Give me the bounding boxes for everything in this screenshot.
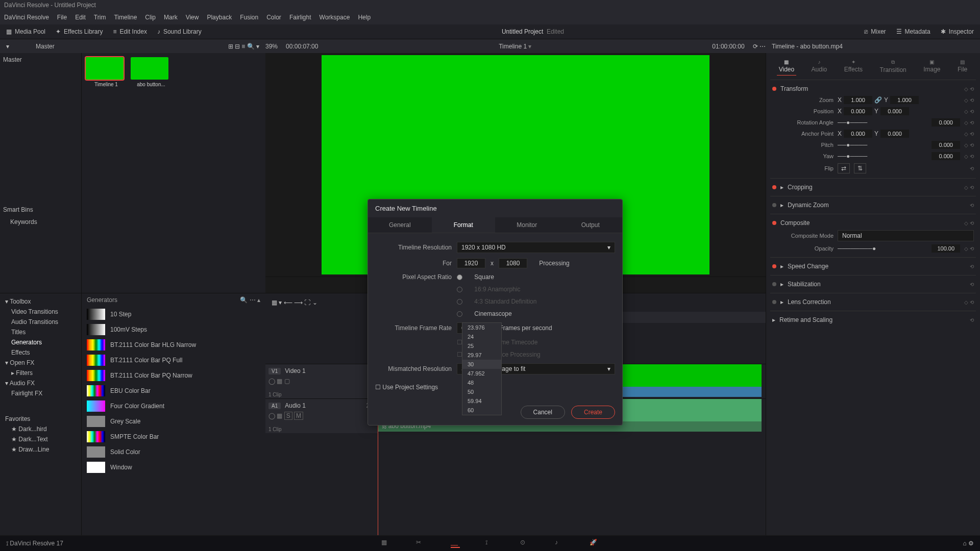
pos-y[interactable] [880, 107, 909, 115]
gen-bt2111-hlg[interactable]: BT.2111 Color Bar HLG Narrow [82, 337, 265, 353]
gen-bt2111-pqnarrow[interactable]: BT.2111 Color Bar PQ Narrow [82, 368, 265, 383]
bins-dropdown[interactable]: ▾ [6, 43, 9, 50]
menu-fusion[interactable]: Fusion [240, 14, 258, 21]
fx-filters[interactable]: ▸ Filters [3, 368, 78, 378]
rotation[interactable] [932, 118, 960, 127]
gen-smpte[interactable]: SMPTE Color Bar [82, 429, 265, 444]
insp-tab-transition[interactable]: ⧉Transition [878, 57, 909, 76]
page-cut[interactable]: ✂ [416, 539, 425, 548]
insp-tab-file[interactable]: ▤File [955, 57, 969, 76]
sec-retime[interactable]: ▸ Retime and Scaling⟲ [772, 314, 974, 325]
sec-cropping[interactable]: ▸ Cropping◇ ⟲ [772, 182, 974, 193]
bin-master[interactable]: Master [3, 56, 78, 63]
insp-tab-image[interactable]: ▣Image [921, 57, 942, 76]
fps-60[interactable]: 60 [462, 406, 501, 415]
zoom-x[interactable] [844, 96, 872, 104]
menu-trim[interactable]: Trim [94, 14, 106, 21]
flip-v[interactable]: ⇅ [854, 163, 866, 173]
gen-window[interactable]: Window [82, 460, 265, 475]
sound-library-toggle[interactable]: ♪Sound Library [157, 28, 202, 35]
media-pool-toggle[interactable]: ▦Media Pool [6, 28, 45, 35]
page-color[interactable]: ⊙ [520, 539, 529, 548]
sec-transform[interactable]: Transform◇ ⟲ [772, 83, 974, 94]
menu-davinci[interactable]: DaVinci Resolve [4, 14, 49, 21]
sec-dynamiczoom[interactable]: ▸ Dynamic Zoom⟲ [772, 199, 974, 211]
fx-favorites[interactable]: Favorites [3, 414, 78, 424]
use-project-settings[interactable]: ☐ Use Project Settings [375, 384, 438, 391]
page-edit[interactable]: ⎯⎯ [451, 539, 460, 548]
menu-view[interactable]: View [186, 14, 199, 21]
gen-ebu[interactable]: EBU Color Bar [82, 383, 265, 398]
par-cinemascope[interactable] [457, 311, 462, 317]
fx-fav-3[interactable]: ★ Draw...Line [3, 444, 78, 455]
fps-29-97[interactable]: 29.97 [462, 350, 501, 360]
fps-48[interactable]: 48 [462, 378, 501, 387]
dlg-tab-output[interactable]: Output [559, 217, 623, 233]
menu-fairlight[interactable]: Fairlight [289, 14, 311, 21]
gen-fourcolor[interactable]: Four Color Gradient [82, 398, 265, 414]
metadata-toggle[interactable]: ☰Metadata [896, 28, 930, 35]
clip-abo-button[interactable]: abo button... [131, 57, 172, 87]
page-media[interactable]: ▦ [381, 539, 390, 548]
smart-bin-keywords[interactable]: Keywords [3, 218, 78, 226]
dlg-tab-monitor[interactable]: Monitor [495, 217, 559, 233]
menu-file[interactable]: File [57, 14, 67, 21]
fx-audiofx[interactable]: ▾ Audio FX [3, 378, 78, 388]
fx-fav-1[interactable]: ★ Dark...hird [3, 424, 78, 434]
zoom-level[interactable]: 39% [265, 43, 278, 50]
create-button[interactable]: Create [571, 406, 615, 419]
menu-playback[interactable]: Playback [207, 14, 232, 21]
par-square[interactable] [457, 274, 462, 280]
sec-speed[interactable]: ▸ Speed Change⟲ [772, 261, 974, 272]
fps-50[interactable]: 50 [462, 387, 501, 396]
anchor-y[interactable] [880, 130, 909, 138]
gen-greyscale[interactable]: Grey Scale [82, 414, 265, 429]
pos-x[interactable] [844, 107, 872, 115]
menu-color[interactable]: Color [266, 14, 281, 21]
fx-fairlightfx[interactable]: Fairlight FX [3, 388, 78, 398]
opacity[interactable] [932, 244, 960, 253]
page-fairlight[interactable]: ♪ [555, 539, 564, 548]
fps-24[interactable]: 24 [462, 332, 501, 341]
gen-10step[interactable]: 10 Step [82, 307, 265, 322]
tl-tools[interactable]: ▦ ▾ ⟵ ⟶ ⛶ ⌄ [272, 299, 317, 306]
timeline-name[interactable]: Timeline 1 [499, 43, 527, 50]
fps-25[interactable]: 25 [462, 341, 501, 350]
zoom-y[interactable] [890, 96, 919, 104]
inspector-toggle[interactable]: ✱Inspector [941, 28, 974, 35]
fx-openfx[interactable]: ▾ Open FX [3, 358, 78, 368]
insp-tab-audio[interactable]: ♪Audio [810, 57, 829, 76]
res-width[interactable] [457, 258, 485, 268]
fx-titles[interactable]: Titles [3, 327, 78, 337]
cancel-button[interactable]: Cancel [521, 406, 565, 419]
fps-59-94[interactable]: 59.94 [462, 396, 501, 406]
fps-23-976[interactable]: 23.976 [462, 323, 501, 332]
mixer-toggle[interactable]: ⎚Mixer [864, 28, 886, 35]
fps-47-952[interactable]: 47.952 [462, 369, 501, 378]
page-fusion[interactable]: ⟟ [485, 539, 495, 548]
par-anamorphic[interactable] [457, 287, 462, 292]
flip-h[interactable]: ⇄ [838, 163, 850, 173]
gen-bt2111-pqfull[interactable]: BT.2111 Color Bar PQ Full [82, 353, 265, 368]
composite-mode[interactable]: Normal [838, 230, 974, 241]
insp-tab-video[interactable]: ▦Video [777, 57, 796, 76]
fx-video-transitions[interactable]: Video Transitions [3, 307, 78, 317]
smart-bins-header[interactable]: Smart Bins [3, 206, 78, 213]
dlg-tab-format[interactable]: Format [432, 217, 496, 233]
effects-library-toggle[interactable]: ✦Effects Library [56, 28, 103, 35]
pitch[interactable] [932, 141, 960, 149]
fx-fav-2[interactable]: ★ Dark...Text [3, 434, 78, 444]
sec-lens[interactable]: ▸ Lens Correction◇ ⟲ [772, 296, 974, 308]
timeline-resolution[interactable]: 980 x 551 HD▾ [457, 242, 615, 253]
menu-mark[interactable]: Mark [164, 14, 178, 21]
menu-clip[interactable]: Clip [145, 14, 156, 21]
fx-effects[interactable]: Effects [3, 347, 78, 358]
edit-index-toggle[interactable]: ≡Edit Index [113, 28, 147, 35]
menu-edit[interactable]: Edit [75, 14, 86, 21]
gen-solid[interactable]: Solid Color [82, 444, 265, 460]
sec-stabilization[interactable]: ▸ Stabilization⟲ [772, 279, 974, 290]
insp-tab-effects[interactable]: ✦Effects [842, 57, 865, 76]
sec-composite[interactable]: Composite◇ ⟲ [772, 217, 974, 229]
page-deliver[interactable]: 🚀 [590, 539, 599, 548]
dlg-tab-general[interactable]: General [368, 217, 432, 233]
